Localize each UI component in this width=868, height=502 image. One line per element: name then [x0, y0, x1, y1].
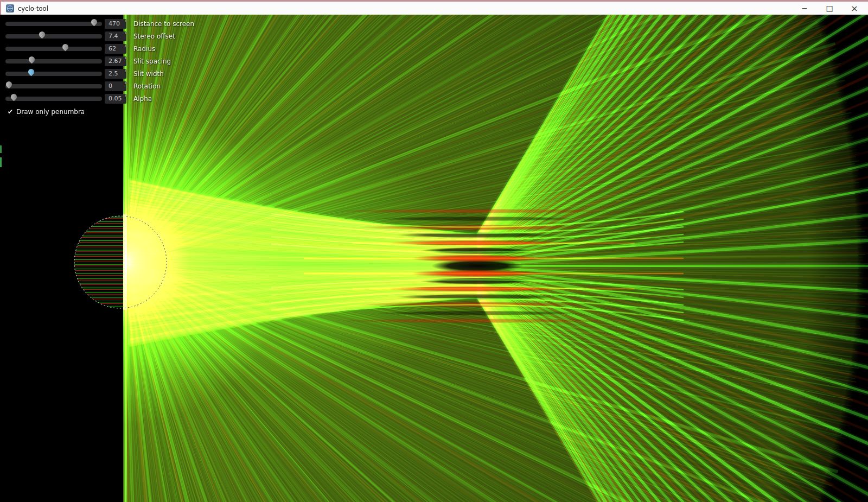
app-icon	[6, 4, 14, 12]
slider-track[interactable]	[5, 22, 102, 26]
value-box[interactable]: 470	[105, 19, 126, 29]
slider-track[interactable]	[5, 72, 102, 76]
control-panel: 470 7.4 62 2.67 2.5	[0, 15, 126, 502]
checkmark-icon: ✔	[8, 108, 13, 116]
slider-track[interactable]	[5, 59, 102, 63]
slider-row: 0	[0, 80, 126, 93]
value-box[interactable]: 2.67	[105, 56, 126, 66]
slider-row: 7.4	[0, 30, 126, 43]
value-box[interactable]: 62	[105, 44, 126, 54]
slider-row: 62	[0, 43, 126, 55]
slider-row: 2.5	[0, 68, 126, 80]
slider-row: 0.05	[0, 93, 126, 105]
notch	[125, 20, 127, 22]
close-button[interactable]: ×	[842, 2, 867, 15]
notch	[125, 94, 127, 97]
value-box[interactable]: 0	[105, 81, 126, 91]
window-title: cyclo-tool	[18, 5, 48, 12]
slider-track[interactable]	[5, 34, 102, 39]
notch	[125, 57, 127, 59]
notch	[125, 32, 127, 34]
value-box[interactable]: 0.05	[105, 94, 126, 104]
value-box[interactable]: 2.5	[105, 69, 126, 79]
maximize-button[interactable]: □	[817, 2, 842, 15]
app-window: cyclo-tool − □ × 470 7.4 62	[0, 0, 868, 502]
slider-row: 2.67	[0, 55, 126, 68]
visualization-canvas[interactable]	[0, 15, 868, 502]
checkbox-label: Draw only penumbra	[16, 108, 85, 116]
notch	[125, 45, 127, 47]
notch	[125, 82, 127, 84]
draw-only-penumbra-checkbox[interactable]: ✔ Draw only penumbra	[8, 107, 85, 117]
value-box[interactable]: 7.4	[105, 31, 126, 41]
notch	[125, 69, 127, 72]
window-controls: − □ ×	[792, 2, 867, 15]
minimize-button[interactable]: −	[792, 2, 817, 15]
slider-track[interactable]	[5, 97, 102, 101]
titlebar[interactable]: cyclo-tool − □ ×	[0, 0, 868, 15]
slider-row: 470	[0, 18, 126, 30]
slider-track[interactable]	[5, 47, 102, 51]
slider-track[interactable]	[5, 84, 102, 88]
